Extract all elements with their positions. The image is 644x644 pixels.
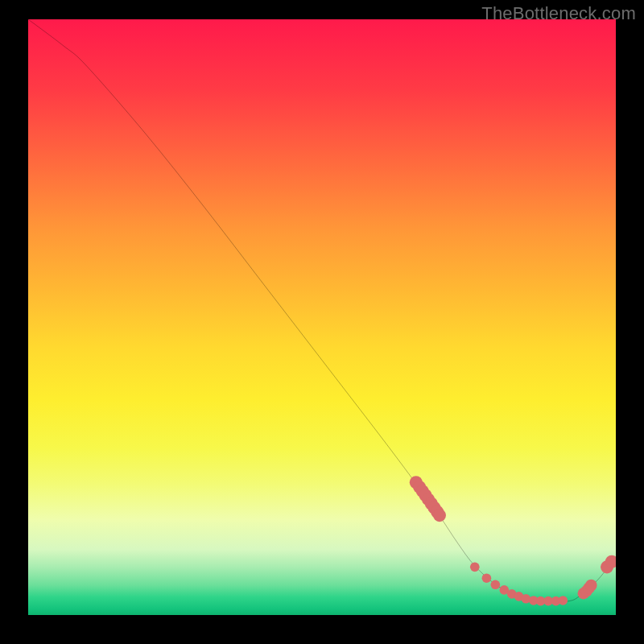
curve-svg (28, 19, 616, 607)
data-marker (491, 580, 501, 589)
data-marker (482, 573, 492, 583)
data-marker (558, 596, 568, 605)
curve-markers (410, 476, 616, 605)
watermark-text: TheBottleneck.com (481, 3, 636, 24)
data-marker (470, 563, 480, 572)
chart-frame: TheBottleneck.com (0, 0, 644, 644)
bottleneck-curve (28, 19, 616, 602)
data-marker (433, 509, 446, 522)
plot-area (28, 19, 616, 615)
data-marker (585, 580, 597, 592)
